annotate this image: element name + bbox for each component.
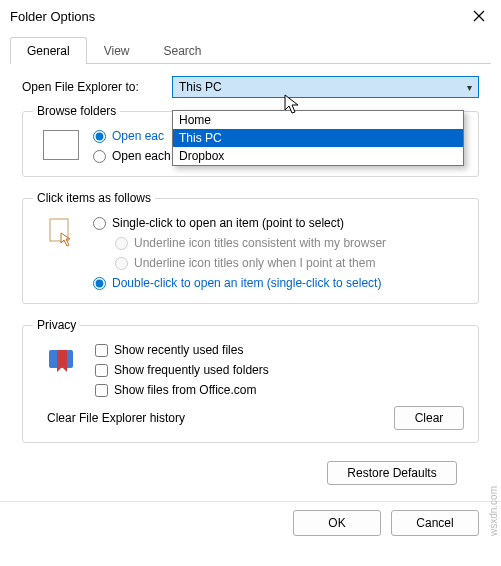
tab-view[interactable]: View (87, 37, 147, 64)
check-frequent[interactable]: Show frequently used folders (95, 360, 468, 380)
dropdown-option-home[interactable]: Home (173, 111, 463, 129)
check-recent-label: Show recently used files (114, 343, 243, 357)
radio-single-click-label: Single-click to open an item (point to s… (112, 216, 344, 230)
radio-double-click-input[interactable] (93, 277, 106, 290)
privacy-icon (47, 344, 77, 374)
dropdown-option-thispc[interactable]: This PC (173, 129, 463, 147)
check-recent-input[interactable] (95, 344, 108, 357)
svg-marker-2 (57, 350, 67, 372)
dropdown-option-dropbox[interactable]: Dropbox (173, 147, 463, 165)
radio-own-window-input[interactable] (93, 150, 106, 163)
browse-icon (43, 130, 79, 160)
check-office-label: Show files from Office.com (114, 383, 257, 397)
privacy-group: Privacy Show recently used files Show fr… (22, 318, 479, 443)
radio-double-click[interactable]: Double-click to open an item (single-cli… (93, 273, 468, 293)
check-recent[interactable]: Show recently used files (95, 340, 468, 360)
radio-underline-point-label: Underline icon titles only when I point … (134, 256, 375, 270)
radio-single-click[interactable]: Single-click to open an item (point to s… (93, 213, 468, 233)
radio-double-click-label: Double-click to open an item (single-cli… (112, 276, 381, 290)
radio-same-window-label: Open eac (112, 129, 164, 143)
radio-underline-browser: Underline icon titles consistent with my… (93, 233, 468, 253)
click-legend: Click items as follows (33, 191, 155, 205)
click-items-group: Click items as follows Single-click to o… (22, 191, 479, 304)
open-explorer-combo[interactable]: This PC ▾ (172, 76, 479, 98)
click-icon (47, 217, 75, 251)
tab-general[interactable]: General (10, 37, 87, 64)
watermark: wsxdn.com (488, 486, 499, 536)
cancel-button[interactable]: Cancel (391, 510, 479, 536)
combo-value: This PC (179, 80, 222, 94)
open-explorer-dropdown[interactable]: Home This PC Dropbox (172, 110, 464, 166)
titlebar: Folder Options (0, 0, 501, 32)
window-title: Folder Options (10, 9, 95, 24)
radio-same-window-input[interactable] (93, 130, 106, 143)
radio-underline-point: Underline icon titles only when I point … (93, 253, 468, 273)
radio-underline-browser-input (115, 237, 128, 250)
dialog-buttons: OK Cancel (0, 501, 501, 536)
tab-search[interactable]: Search (147, 37, 219, 64)
tab-strip: General View Search (10, 36, 491, 64)
close-icon (473, 10, 485, 22)
restore-defaults-button[interactable]: Restore Defaults (327, 461, 457, 485)
ok-button[interactable]: OK (293, 510, 381, 536)
radio-underline-point-input (115, 257, 128, 270)
check-office[interactable]: Show files from Office.com (95, 380, 468, 400)
radio-underline-browser-label: Underline icon titles consistent with my… (134, 236, 386, 250)
close-button[interactable] (456, 0, 501, 32)
radio-single-click-input[interactable] (93, 217, 106, 230)
privacy-legend: Privacy (33, 318, 80, 332)
check-frequent-label: Show frequently used folders (114, 363, 269, 377)
check-frequent-input[interactable] (95, 364, 108, 377)
chevron-down-icon: ▾ (467, 82, 472, 93)
check-office-input[interactable] (95, 384, 108, 397)
open-explorer-label: Open File Explorer to: (22, 80, 172, 94)
clear-button[interactable]: Clear (394, 406, 464, 430)
browse-legend: Browse folders (33, 104, 120, 118)
clear-history-label: Clear File Explorer history (47, 411, 185, 425)
